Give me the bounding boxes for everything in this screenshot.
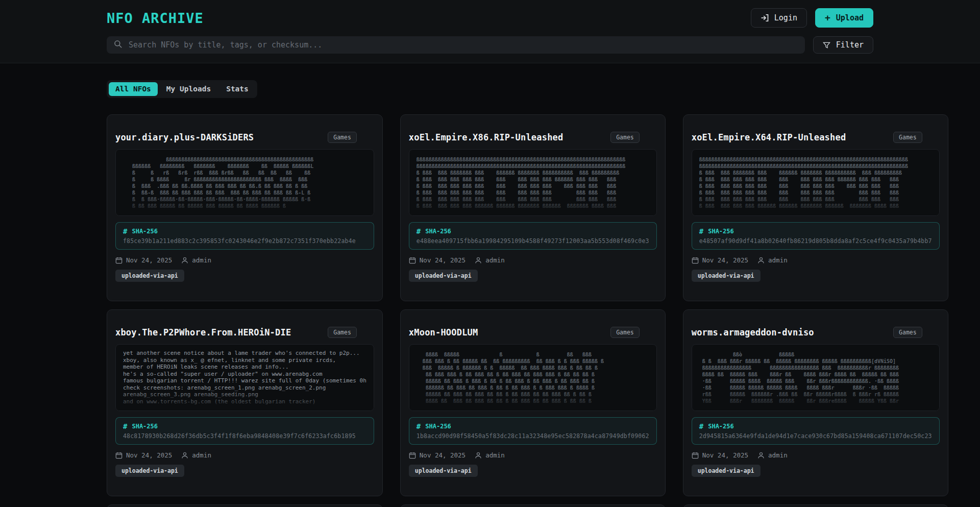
checksum-value: 2d945815a6364e9fda1de94d1e7cace930c67bd8… — [699, 432, 932, 440]
tag-pill[interactable]: uploaded-via-api — [115, 270, 184, 282]
sha-label-row: # SHA-256 — [699, 227, 932, 235]
calendar-icon — [409, 257, 416, 264]
search-icon — [114, 40, 122, 51]
sha-box: # SHA-256 48c8178930b268d26f36db5c3f4f1f… — [115, 417, 374, 445]
uploader-item: admin — [757, 256, 788, 264]
date-label: Nov 24, 2025 — [420, 451, 465, 459]
nfo-card[interactable]: worms.armageddon-dvniso Games ßßò ßßßßß … — [683, 309, 948, 496]
nfo-preview: yet another scene notice about a lame tr… — [115, 344, 374, 411]
login-button-label: Login — [774, 13, 797, 22]
category-badge: Games — [328, 327, 357, 338]
tab-bar: All NFOs My Uploads Stats — [107, 80, 257, 98]
header-actions: Login + Upload — [751, 8, 873, 28]
partial-nfo-card[interactable] — [683, 504, 948, 507]
tab-my-uploads[interactable]: My Uploads — [160, 82, 217, 96]
sha-box: # SHA-256 2d945815a6364e9fda1de94d1e7cac… — [692, 417, 940, 445]
sha-label: SHA-256 — [425, 228, 451, 235]
hash-icon: # — [416, 227, 421, 235]
tag-row: uploaded-via-api — [115, 270, 374, 282]
tab-stats[interactable]: Stats — [219, 82, 255, 96]
card-header: xoEl.Empire.X64.RIP-Unleashed Games — [692, 132, 940, 143]
nfo-card[interactable]: xoEl.Empire.X86.RIP-Unleashed Games ßßßß… — [400, 114, 666, 301]
nfo-preview: ßßßßßßßßßßßßßßßßßßßßßßßßßßßßßßßßßßßßßßßß… — [692, 149, 940, 216]
nfo-card[interactable]: xMoon-HOODLUM Games ßßßß ßßßßß ß ß ßß ßß… — [400, 309, 666, 496]
nfo-grid: your.diary.plus-DARKSiDERS Games ßßßßßßß… — [107, 114, 873, 507]
partial-nfo-card[interactable] — [107, 504, 383, 507]
sha-label-row: # SHA-256 — [416, 422, 649, 430]
tag-row: uploaded-via-api — [692, 270, 940, 282]
user-icon — [475, 452, 482, 459]
tag-row: uploaded-via-api — [692, 465, 940, 477]
partial-nfo-card[interactable] — [400, 504, 666, 507]
card-title: xboy.The.P2PWhore.From.HEROiN-DIE — [115, 327, 291, 337]
date-label: Nov 24, 2025 — [126, 451, 172, 459]
date-label: Nov 24, 2025 — [702, 451, 748, 459]
uploader-item: admin — [475, 256, 505, 264]
meta-row: Nov 24, 2025 admin — [409, 451, 657, 459]
funnel-icon — [823, 41, 830, 49]
uploader-label: admin — [192, 451, 211, 459]
card-title: xoEl.Empire.X86.RIP-Unleashed — [409, 132, 564, 142]
filter-button[interactable]: Filter — [813, 36, 873, 54]
hash-icon: # — [699, 227, 703, 235]
meta-row: Nov 24, 2025 admin — [115, 256, 374, 264]
uploader-item: admin — [181, 451, 211, 459]
user-icon — [757, 452, 765, 459]
login-icon — [761, 14, 769, 22]
checksum-value: 48c8178930b268d26f36db5c3f4f1f8f6eba9848… — [123, 432, 366, 440]
uploader-label: admin — [768, 451, 788, 459]
sha-box: # SHA-256 e48507af90d9df41a8b02640fb8621… — [692, 222, 940, 250]
card-header: your.diary.plus-DARKSiDERS Games — [115, 132, 374, 143]
sha-box: # SHA-256 f85ce39b1a211ed883c2c395853fc0… — [115, 222, 374, 250]
nfo-card[interactable]: xoEl.Empire.X64.RIP-Unleashed Games ßßßß… — [683, 114, 948, 301]
nfo-card[interactable]: your.diary.plus-DARKSiDERS Games ßßßßßßß… — [107, 114, 383, 301]
sha-label: SHA-256 — [132, 423, 158, 430]
nfo-preview-text: ßßßßßßßßßßßßßßßßßßßßßßßßßßßßßßßßßßßßßßßß… — [699, 156, 908, 209]
tag-pill[interactable]: uploaded-via-api — [692, 270, 761, 282]
nfo-preview-text: ßßßßßßßßßßßßßßßßßßßßßßßßßßßßßßßßßßßßßßßß… — [416, 156, 625, 209]
card-title: your.diary.plus-DARKSiDERS — [115, 132, 254, 142]
tag-pill[interactable]: uploaded-via-api — [409, 465, 478, 477]
card-header: xboy.The.P2PWhore.From.HEROiN-DIE Games — [115, 327, 374, 338]
nfo-card[interactable]: xboy.The.P2PWhore.From.HEROiN-DIE Games … — [107, 309, 383, 496]
card-header: xMoon-HOODLUM Games — [409, 327, 657, 338]
category-badge: Games — [893, 327, 922, 338]
user-icon — [181, 257, 188, 264]
search-input[interactable] — [129, 40, 798, 50]
card-title: xoEl.Empire.X64.RIP-Unleashed — [692, 132, 846, 142]
sha-label: SHA-256 — [132, 228, 158, 235]
uploader-item: admin — [181, 256, 211, 264]
tag-row: uploaded-via-api — [115, 465, 374, 477]
calendar-icon — [409, 452, 416, 459]
plus-icon: + — [825, 13, 830, 22]
date-label: Nov 24, 2025 — [126, 256, 172, 264]
card-header: worms.armageddon-dvniso Games — [692, 327, 940, 338]
upload-button[interactable]: + Upload — [815, 8, 873, 28]
tab-all-nfos[interactable]: All NFOs — [109, 82, 158, 96]
card-header: xoEl.Empire.X86.RIP-Unleashed Games — [409, 132, 657, 143]
sha-label-row: # SHA-256 — [699, 422, 932, 430]
nfo-preview: ßßßß ßßßßß ß ß ßß ßßß ßßß ßßß ß ßß ßßßßß… — [409, 344, 657, 411]
nfo-preview: ßßò ßßßßß ß ß ßßß ßßßr ßßßßß ßß ßßßßß ßß… — [692, 344, 940, 411]
category-badge: Games — [893, 132, 922, 143]
calendar-icon — [692, 452, 699, 459]
tag-pill[interactable]: uploaded-via-api — [115, 465, 184, 477]
login-button[interactable]: Login — [751, 8, 807, 28]
meta-row: Nov 24, 2025 admin — [692, 256, 940, 264]
tag-pill[interactable]: uploaded-via-api — [409, 270, 478, 282]
checksum-value: 1b8accd90d98f58450a5f83dc28c11a32348e95e… — [416, 432, 649, 440]
hash-icon: # — [123, 227, 127, 235]
card-title: xMoon-HOODLUM — [409, 327, 478, 337]
sha-label-row: # SHA-256 — [416, 227, 649, 235]
calendar-icon — [692, 257, 699, 264]
tag-row: uploaded-via-api — [409, 270, 657, 282]
upload-button-label: Upload — [836, 13, 864, 22]
hash-icon: # — [416, 422, 421, 430]
sha-label: SHA-256 — [425, 423, 451, 430]
filter-button-label: Filter — [836, 40, 864, 50]
app-header: NFO ARCHIVE Login + Upload — [0, 0, 980, 63]
date-label: Nov 24, 2025 — [420, 256, 465, 264]
tag-pill[interactable]: uploaded-via-api — [692, 465, 761, 477]
date-item: Nov 24, 2025 — [115, 256, 172, 264]
checksum-value: e488eea409715fbb6a19984295109b4588f49273… — [416, 237, 649, 245]
